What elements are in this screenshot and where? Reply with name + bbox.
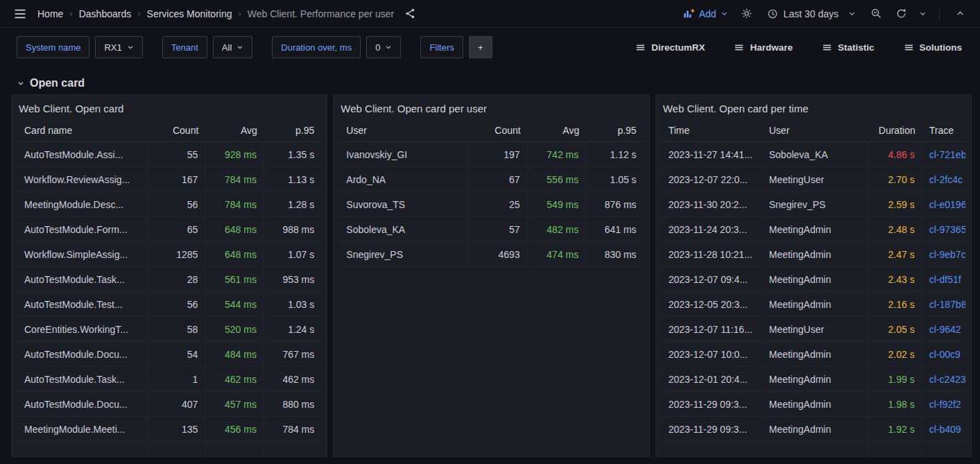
trace-link[interactable]: cl-9642 xyxy=(922,317,965,342)
dashboard-links: DirectumRX Hardware Statistic xyxy=(635,42,962,53)
filter-value-duration-over[interactable]: 0 xyxy=(366,36,401,58)
cell-empty xyxy=(662,442,762,457)
trace-link[interactable]: cl-9eb7c xyxy=(922,242,965,267)
filter-value-tenant[interactable]: All xyxy=(213,36,252,58)
cell-p-95: 1.13 s xyxy=(264,167,321,192)
cell-p-95: 1.12 s xyxy=(586,142,643,167)
kiosk-mode-button[interactable] xyxy=(949,3,970,24)
trace-link[interactable]: cl-f92f2 xyxy=(922,392,965,417)
cell-duration: 2.02 s xyxy=(869,342,922,367)
column-header-card-name[interactable]: Card name xyxy=(17,119,147,142)
row-open-card-toggle[interactable]: Open card xyxy=(17,73,980,94)
column-header-count[interactable]: Count xyxy=(147,119,206,142)
dashboard-link-statistic[interactable]: Statistic xyxy=(822,42,875,53)
cell-time: 2023-12-07 10:0... xyxy=(662,342,762,367)
column-header-avg[interactable]: Avg xyxy=(528,119,587,142)
table-row: Ardo_NA67556 ms1.05 s xyxy=(339,167,643,192)
breadcrumb-folder[interactable]: Services Monitoring xyxy=(147,8,232,19)
panel-title[interactable]: Web Client. Open card per user xyxy=(334,95,648,119)
chevron-down-icon xyxy=(237,44,243,51)
table-header-row: Card nameCountAvgp.95 xyxy=(17,119,321,142)
table-row: 2023-11-28 10:21...MeetingAdmin2.47 scl-… xyxy=(662,242,965,267)
cell-card-name: MeetingModule.Desc... xyxy=(17,192,147,217)
share-button[interactable] xyxy=(399,3,420,24)
trace-link[interactable]: cl-df51f xyxy=(922,267,965,292)
dashboard-link-solutions[interactable]: Solutions xyxy=(904,42,963,53)
table-row: AutoTestModule.Docu...407457 ms880 ms xyxy=(17,392,321,417)
cell-avg: 457 ms xyxy=(205,392,264,417)
cell-user: MeetingUser xyxy=(762,317,869,342)
cell-avg: 556 ms xyxy=(528,167,587,192)
dashboard-link-directumrx[interactable]: DirectumRX xyxy=(635,42,705,53)
trace-link[interactable]: cl-2fc4c xyxy=(922,167,965,192)
filter-value-system-name[interactable]: RX1 xyxy=(95,36,142,58)
cell-count: 4693 xyxy=(469,242,528,267)
refresh-button[interactable] xyxy=(891,3,911,24)
table-row: Suvorova_TS25549 ms876 ms xyxy=(339,192,643,217)
add-filter-button[interactable]: + xyxy=(469,36,492,58)
cell-p-95: 988 ms xyxy=(264,217,321,242)
trace-link[interactable]: cl-00c9 xyxy=(922,342,965,367)
cell-time: 2023-12-05 20:3... xyxy=(662,292,762,317)
trace-link[interactable]: cl-97365 xyxy=(922,217,965,242)
menu-toggle-button[interactable] xyxy=(10,3,31,24)
column-header-count[interactable]: Count xyxy=(469,119,528,142)
cell-count: 197 xyxy=(469,142,528,167)
cell-duration: 1.92 s xyxy=(869,417,922,442)
breadcrumb-dashboards[interactable]: Dashboards xyxy=(79,8,132,19)
dashboard-settings-button[interactable] xyxy=(737,3,757,24)
column-header-duration[interactable]: Duration xyxy=(869,119,922,142)
cell-count: 67 xyxy=(469,167,528,192)
add-panel-label: Add xyxy=(699,8,716,19)
cell-count: 25 xyxy=(469,192,528,217)
cell-card-name: AutoTestModule.Assi... xyxy=(17,142,147,167)
add-panel-button[interactable]: Add xyxy=(678,5,732,23)
table-row: 2023-12-01 20:4...MeetingAdmin1.99 scl-c… xyxy=(662,367,965,392)
breadcrumb: Home › Dashboards › Services Monitoring … xyxy=(37,8,394,19)
column-header-p-95[interactable]: p.95 xyxy=(264,119,321,142)
chevron-down-icon xyxy=(127,44,134,51)
table-row: AutoTestModule.Assi...55928 ms1.35 s xyxy=(17,142,321,167)
trace-link[interactable]: cl-c2423 xyxy=(922,367,965,392)
panel-title[interactable]: Web Client. Open card xyxy=(12,95,327,119)
toolbar-divider xyxy=(939,8,940,20)
column-header-avg[interactable]: Avg xyxy=(205,119,264,142)
panel-title[interactable]: Web Client. Open card per time xyxy=(656,95,971,119)
cell-avg: 648 ms xyxy=(205,217,264,242)
cell-user: MeetingAdmin xyxy=(762,292,869,317)
table-header-row: UserCountAvgp.95 xyxy=(339,119,643,142)
cell-count: 135 xyxy=(147,417,206,442)
cell-card-name: AutoTestModule.Test... xyxy=(17,292,147,317)
cell-duration: 4.86 s xyxy=(869,142,922,167)
cell-p-95: 876 ms xyxy=(586,192,643,217)
column-header-p-95[interactable]: p.95 xyxy=(586,119,643,142)
breadcrumb-current-dashboard: Web Client. Performance per user xyxy=(248,8,394,19)
trace-link[interactable]: cl-b409 xyxy=(922,417,965,442)
breadcrumb-home[interactable]: Home xyxy=(37,8,63,19)
column-header-user[interactable]: User xyxy=(762,119,869,142)
cell-user: MeetingAdmin xyxy=(762,267,869,292)
trace-link[interactable]: cl-187b8 xyxy=(922,292,965,317)
time-range-picker[interactable]: Last 30 days xyxy=(762,6,861,22)
column-header-time[interactable]: Time xyxy=(662,119,762,142)
trace-link[interactable]: cl-e0196 xyxy=(922,192,965,217)
cell-user: Soboleva_KA xyxy=(339,217,469,242)
cell-duration: 1.98 s xyxy=(869,392,922,417)
table-row: AutoTestModule.Task...1462 ms462 ms xyxy=(17,367,321,392)
cell-duration: 2.43 s xyxy=(869,267,922,292)
time-range-label: Last 30 days xyxy=(784,8,839,19)
zoom-out-time-button[interactable] xyxy=(866,3,886,24)
table-row: AutoTestModule.Form...65648 ms988 ms xyxy=(17,217,321,242)
cell-duration: 2.16 s xyxy=(869,292,922,317)
column-header-trace[interactable]: Trace xyxy=(922,119,965,142)
dashboard-link-hardware[interactable]: Hardware xyxy=(734,42,793,53)
cell-avg: 561 ms xyxy=(205,267,264,292)
cell-avg: 742 ms xyxy=(528,142,587,167)
refresh-interval-dropdown[interactable] xyxy=(915,3,929,24)
refresh-icon xyxy=(895,8,907,19)
column-header-user[interactable]: User xyxy=(339,119,469,142)
trace-link[interactable]: cl-721eb xyxy=(922,142,965,167)
cell-p-95: 1.03 s xyxy=(264,292,321,317)
cell-p-95: 784 ms xyxy=(264,417,321,442)
cell-user: MeetingAdmin xyxy=(762,392,869,417)
